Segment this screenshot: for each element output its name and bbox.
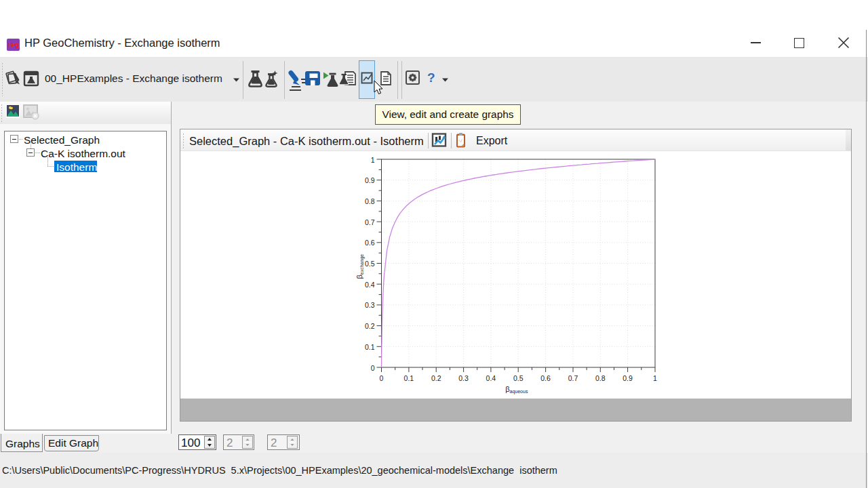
svg-text:0.9: 0.9 (365, 176, 375, 184)
svg-text:0.8: 0.8 (595, 374, 606, 382)
svg-text:βaqueous: βaqueous (505, 385, 528, 394)
svg-text:0.4: 0.4 (365, 281, 375, 289)
svg-text:0: 0 (380, 374, 384, 382)
svg-text:0.8: 0.8 (365, 197, 375, 205)
svg-text:0.1: 0.1 (365, 343, 375, 351)
svg-text:0: 0 (371, 364, 375, 372)
svg-text:0.7: 0.7 (568, 374, 578, 382)
svg-text:0.2: 0.2 (365, 322, 375, 330)
svg-text:1: 1 (371, 156, 375, 164)
svg-text:βexchange: βexchange (355, 254, 365, 279)
svg-text:0.6: 0.6 (540, 374, 551, 382)
svg-text:0.5: 0.5 (513, 374, 524, 382)
svg-text:0.2: 0.2 (431, 374, 441, 382)
svg-text:0.6: 0.6 (365, 239, 375, 247)
svg-text:0.9: 0.9 (623, 374, 633, 382)
svg-text:0.1: 0.1 (404, 374, 414, 382)
svg-text:0.3: 0.3 (365, 301, 375, 309)
svg-text:0.3: 0.3 (458, 374, 469, 382)
svg-text:0.4: 0.4 (486, 374, 496, 382)
svg-text:1: 1 (653, 374, 657, 382)
svg-text:0.5: 0.5 (365, 260, 375, 268)
svg-text:0.7: 0.7 (365, 218, 375, 226)
